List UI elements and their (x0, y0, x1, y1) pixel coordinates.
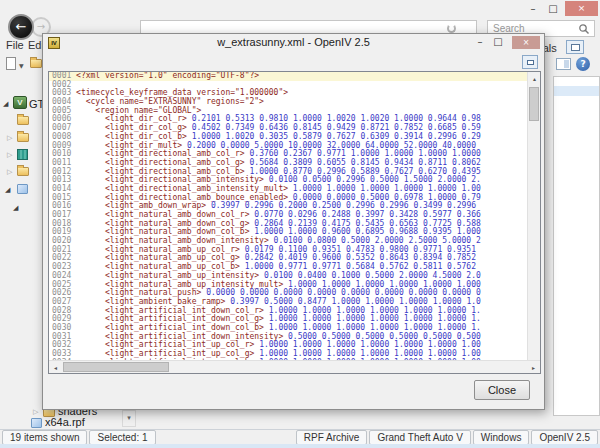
word-wrap-icon (527, 60, 534, 65)
dialog-title: w_extrasunny.xml - OpenIV 2.5 (43, 36, 544, 48)
tree-item-x64a-rpf[interactable]: x64a.rpf (45, 416, 85, 428)
back-button[interactable]: ← (8, 14, 34, 40)
folder-icon[interactable] (17, 167, 29, 176)
status-app-version: OpenIV 2.5 (531, 430, 598, 445)
tree-expander-root[interactable]: ◢ (3, 100, 8, 108)
search-icon (578, 23, 590, 35)
horizontal-scroll-thumb[interactable] (63, 362, 169, 372)
archive-icon[interactable] (17, 149, 28, 160)
right-panel-row (554, 86, 599, 96)
layout-icon (571, 44, 580, 51)
status-selected: Selected: 1 (89, 430, 155, 445)
tree-expander[interactable]: ◢ (13, 204, 18, 212)
main-minimize-button[interactable]: – (524, 2, 542, 16)
split-panel-shade (564, 60, 569, 68)
code-editor: 0001 <?xml version="1.0" encoding="UTF-8… (48, 71, 541, 374)
code-line: 0001 <?xml version="1.0" encoding="UTF-8… (49, 72, 527, 81)
status-archive-type: RPF Archive (296, 430, 368, 445)
status-items-shown: 19 items shown (2, 430, 87, 445)
refresh-icon[interactable] (447, 24, 456, 33)
tree-expander[interactable]: ◢ (5, 186, 10, 194)
status-game: Grand Theft Auto V (369, 430, 470, 445)
tree-scrollbar-down[interactable]: ▾ (122, 410, 136, 427)
gtav-logo-icon: V (13, 96, 27, 109)
tree-collapsed-icon[interactable]: ▷ (7, 134, 12, 142)
scroll-up-icon[interactable]: ▴ (528, 72, 541, 85)
open-folder-icon[interactable] (30, 59, 42, 68)
folder-icon[interactable] (17, 133, 29, 142)
word-wrap-toggle-button[interactable] (522, 55, 538, 69)
tree-collapsed-icon[interactable]: ▷ (33, 408, 38, 416)
code-lines[interactable]: 0001 <?xml version="1.0" encoding="UTF-8… (49, 72, 527, 360)
dialog-titlebar[interactable]: IV w_extrasunny.xml - OpenIV 2.5 – □ × (43, 34, 544, 52)
dialog-maximize-button[interactable]: □ (490, 36, 506, 47)
status-platform: Windows (473, 430, 530, 445)
folder-icon[interactable] (17, 116, 29, 125)
help-icon[interactable]: ? (576, 57, 590, 71)
dialog-minimize-button[interactable]: – (472, 36, 488, 47)
right-info-panel (553, 76, 600, 416)
rpf-archive-icon[interactable] (31, 418, 42, 428)
horizontal-scrollbar[interactable]: ◂ ▸ (49, 360, 540, 373)
window-layout-button[interactable] (566, 40, 584, 54)
dialog-close-button[interactable]: × (512, 36, 540, 49)
close-button[interactable]: Close (474, 380, 530, 400)
vertical-scroll-thumb[interactable] (529, 87, 539, 121)
tree-collapsed-icon[interactable]: ▷ (7, 151, 12, 159)
main-titlebar (0, 0, 600, 18)
menu-file[interactable]: File (6, 39, 24, 51)
vertical-scrollbar[interactable]: ▴ (527, 72, 540, 360)
dialog-footer: Close (43, 373, 544, 409)
rpf-archive-icon[interactable] (17, 184, 28, 194)
screen: – □ × ← → Search File Edit Tutorials ▼ ?… (0, 0, 600, 448)
new-file-dropdown-icon[interactable]: ▼ (19, 62, 24, 69)
tree-collapsed-icon[interactable]: ▷ (7, 168, 12, 176)
new-file-icon[interactable] (6, 57, 16, 70)
main-maximize-button[interactable]: □ (544, 2, 562, 16)
xml-viewer-window: IV w_extrasunny.xml - OpenIV 2.5 – □ × 0… (42, 33, 545, 410)
split-panel-icon[interactable] (556, 58, 571, 70)
main-close-button[interactable]: × (565, 1, 598, 16)
window-bottom-edge (0, 444, 600, 448)
